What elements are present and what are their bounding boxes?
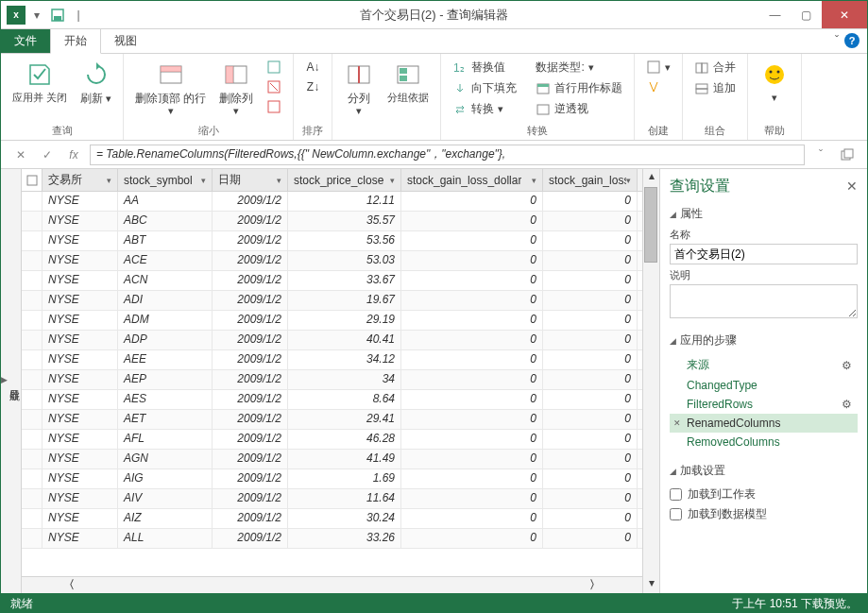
table-row[interactable]: NYSEACE2009/1/253.0300 (22, 251, 642, 271)
maximize-button[interactable]: ▢ (791, 1, 822, 28)
vscroll-track[interactable] (643, 264, 659, 576)
apply-close-button[interactable]: 应用并 关闭 (9, 58, 71, 106)
column-header-stock_gain_loss_dollar[interactable]: stock_gain_loss_dollar▾ (401, 169, 543, 191)
unpivot-button[interactable]: 逆透视 (532, 99, 626, 119)
group-by-button[interactable]: 分组依据 (383, 58, 433, 106)
table-row[interactable]: NYSEAET2009/1/229.4100 (22, 410, 642, 430)
first-row-header-button[interactable]: 首行用作标题 (532, 78, 626, 98)
reduce-small1[interactable] (263, 58, 285, 77)
cell: 2009/1/2 (213, 489, 288, 508)
table-row[interactable]: NYSEAES2009/1/28.6400 (22, 390, 642, 410)
table-row[interactable]: NYSEADM2009/1/229.1900 (22, 311, 642, 331)
create-small1[interactable]: ▾ (642, 58, 674, 77)
append-button[interactable]: 追加 (690, 78, 740, 98)
cell: 2009/1/2 (213, 450, 288, 468)
cell: 0 (401, 489, 543, 508)
table-corner-icon[interactable] (22, 169, 43, 191)
remove-top-rows-button[interactable]: 删除顶部 的行▾ (131, 58, 210, 120)
applied-step-ChangedType[interactable]: ChangedType (670, 376, 858, 395)
create-small2[interactable] (642, 77, 674, 96)
group-reduce-label: 缩小 (198, 122, 219, 138)
hscroll-left[interactable]: 〈 (60, 577, 78, 593)
replace-values-button[interactable]: 1₂替换值 (449, 58, 520, 77)
table-row[interactable]: NYSEAGN2009/1/241.4900 (22, 450, 642, 469)
table-row[interactable]: NYSEABC2009/1/235.5700 (22, 212, 642, 231)
ribbon-collapse-icon[interactable]: ˇ (835, 34, 839, 47)
formula-input[interactable] (90, 145, 805, 165)
table-row[interactable]: NYSEAIZ2009/1/230.2400 (22, 509, 642, 529)
navigator-pane[interactable]: ▶ 导航器 (1, 169, 22, 593)
column-header-日期[interactable]: 日期▾ (213, 169, 288, 191)
applied-step-FilteredRows[interactable]: FilteredRows⚙ (670, 395, 858, 414)
cell: ACN (118, 271, 213, 290)
gear-icon[interactable]: ⚙ (842, 398, 852, 411)
table-row[interactable]: NYSEAEE2009/1/234.1200 (22, 350, 642, 370)
formula-expand[interactable]: ˇ (810, 145, 831, 165)
table-row[interactable]: NYSEAA2009/1/212.1100 (22, 192, 642, 212)
refresh-button[interactable]: 刷新 ▾ (77, 58, 115, 107)
table-row[interactable]: NYSEACN2009/1/233.6700 (22, 271, 642, 291)
table-row[interactable]: NYSEAFL2009/1/246.2800 (22, 430, 642, 450)
steps-header[interactable]: ◢应用的步骤 (670, 332, 858, 349)
hscroll-right[interactable]: 〉 (586, 577, 604, 593)
formula-accept[interactable]: ✓ (37, 145, 58, 165)
svg-line-10 (270, 83, 278, 91)
sort-asc-button[interactable]: A↓ (301, 58, 324, 77)
column-header-stock_gain_loss_p[interactable]: stock_gain_loss_p▾ (543, 169, 638, 191)
formula-fx-icon[interactable]: fx (63, 145, 84, 165)
table-row[interactable]: NYSEADP2009/1/240.4100 (22, 331, 642, 350)
properties-header[interactable]: ◢属性 (670, 206, 858, 222)
query-name-input[interactable] (670, 244, 858, 264)
merge-button[interactable]: 合并 (690, 58, 740, 77)
applied-step-RemovedColumns[interactable]: RemovedColumns (670, 433, 858, 451)
vscroll-down[interactable]: ▾ (643, 576, 659, 593)
table-row[interactable]: NYSEAIV2009/1/211.6400 (22, 489, 642, 509)
minimize-button[interactable]: — (759, 1, 791, 28)
tab-home[interactable]: 开始 (50, 28, 101, 54)
table-row[interactable]: NYSEAEP2009/1/23400 (22, 370, 642, 390)
data-type-button[interactable]: 数据类型: ▾ (532, 58, 626, 77)
applied-step-来源[interactable]: 来源⚙ (670, 354, 858, 376)
cell: 0 (401, 390, 543, 409)
cell: NYSE (43, 430, 118, 449)
help-icon[interactable]: ? (844, 33, 859, 48)
table-row[interactable]: NYSEADI2009/1/219.6700 (22, 291, 642, 311)
tab-view[interactable]: 视图 (101, 29, 150, 53)
column-header-stock_symbol[interactable]: stock_symbol▾ (118, 169, 213, 191)
reduce-small2[interactable] (263, 77, 285, 96)
split-column-button[interactable]: 分列▾ (340, 58, 378, 120)
status-left: 就绪 (10, 596, 33, 612)
sort-desc-button[interactable]: Z↓ (301, 77, 324, 96)
load-header[interactable]: ◢加载设置 (670, 463, 858, 479)
convert-button[interactable]: 转换 ▾ (449, 99, 520, 119)
close-button[interactable]: ✕ (822, 1, 867, 28)
table-row[interactable]: NYSEALL2009/1/233.2600 (22, 529, 642, 549)
table-row[interactable]: NYSEAIG2009/1/21.6900 (22, 469, 642, 489)
query-settings-close[interactable]: ✕ (846, 179, 858, 194)
vscroll-thumb[interactable] (644, 187, 657, 263)
reduce-small3[interactable] (263, 97, 285, 116)
query-desc-input[interactable] (670, 284, 858, 318)
qat-dropdown[interactable]: ▾ (27, 6, 46, 25)
cell: 0 (401, 291, 543, 310)
tab-file[interactable]: 文件 (1, 29, 50, 53)
cell: 0 (543, 469, 638, 488)
excel-icon: x (7, 6, 26, 25)
vscroll-up[interactable]: ▴ (643, 169, 659, 186)
formula-cancel[interactable]: ✕ (10, 145, 31, 165)
gear-icon[interactable]: ⚙ (842, 359, 852, 372)
cell: 34 (288, 370, 401, 389)
load-to-sheet-checkbox[interactable]: 加载到工作表 (670, 485, 858, 504)
qat-save[interactable] (48, 6, 67, 25)
table-row[interactable]: NYSEABT2009/1/253.5600 (22, 231, 642, 251)
column-header-stock_price_close[interactable]: stock_price_close▾ (288, 169, 401, 191)
help-button[interactable]: ▾ (756, 58, 793, 106)
cell: 2009/1/2 (213, 192, 288, 211)
applied-step-RenamedColumns[interactable]: RenamedColumns (670, 414, 858, 433)
load-to-model-checkbox[interactable]: 加载到数据模型 (670, 504, 858, 524)
column-header-交易所[interactable]: 交易所▾ (43, 169, 118, 191)
remove-columns-button[interactable]: 删除列▾ (215, 58, 257, 120)
fill-down-button[interactable]: 向下填充 (449, 78, 520, 98)
cell: 0 (543, 231, 638, 250)
formula-popout[interactable] (837, 145, 858, 165)
